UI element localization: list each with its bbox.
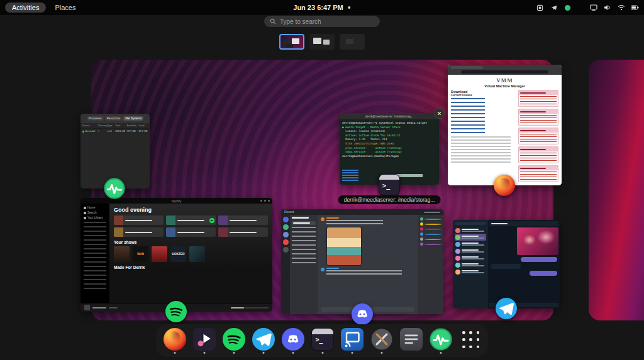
url-bar xyxy=(461,70,548,74)
chat-list-item xyxy=(455,227,486,234)
server-icon xyxy=(283,239,289,245)
member-list xyxy=(418,215,443,314)
page-subheading: Current release xyxy=(451,94,516,97)
firefox-icon xyxy=(164,328,186,351)
telegram-app-badge[interactable] xyxy=(496,298,517,319)
telegram-icon xyxy=(252,328,275,351)
dock-item-telegram[interactable] xyxy=(252,326,275,355)
running-indicator xyxy=(322,352,324,354)
chat-list-item xyxy=(455,261,486,268)
spotify-icon xyxy=(223,328,245,351)
telegram-icon xyxy=(496,298,517,319)
dock-item-remote-desktop[interactable] xyxy=(340,326,364,355)
spotify-main: Good evening ▶ Your shows WAN HOSTED Mad… xyxy=(109,204,272,303)
topbar-left: Activities Places xyxy=(5,3,80,13)
playlist-tile xyxy=(218,227,268,237)
dash-dock xyxy=(156,324,488,357)
app-indicator-icon[interactable] xyxy=(536,4,544,11)
nav-library: Your Library xyxy=(84,216,106,219)
chat-message xyxy=(321,268,415,275)
running-indicator xyxy=(440,352,442,354)
places-menu[interactable]: Places xyxy=(50,3,80,13)
greeting-heading: Good evening xyxy=(114,207,268,213)
show-cover xyxy=(114,246,130,262)
search-bar[interactable] xyxy=(264,16,380,27)
show-covers: WAN HOSTED xyxy=(114,246,268,262)
dock-item-notes[interactable] xyxy=(399,326,423,355)
terminal-ascii-art xyxy=(342,170,358,181)
spotify-app-badge[interactable] xyxy=(165,301,187,322)
telegram-indicator-icon[interactable] xyxy=(550,4,558,11)
running-indicator xyxy=(381,352,383,354)
activities-button[interactable]: Activities xyxy=(5,3,46,13)
workspace-thumbnail-2[interactable] xyxy=(309,34,335,50)
playlist-tile xyxy=(114,227,164,237)
library-icon xyxy=(84,217,86,219)
info-box xyxy=(518,165,558,182)
terminal-icon xyxy=(311,328,334,351)
chat-list-item xyxy=(455,268,486,275)
show-cover: HOSTED xyxy=(170,246,186,262)
dock-item-system-monitor[interactable] xyxy=(429,326,453,355)
battery-icon[interactable] xyxy=(631,4,639,11)
selected-channel xyxy=(292,221,316,225)
spotify-indicator-icon[interactable] xyxy=(564,4,572,11)
system-monitor-icon xyxy=(104,178,125,199)
server-rail xyxy=(281,215,290,314)
notes-icon xyxy=(400,328,423,351)
dock-item-tools[interactable] xyxy=(370,326,394,355)
volume-icon[interactable] xyxy=(603,4,611,11)
shows-heading: Your shows xyxy=(114,240,268,244)
terminal-icon xyxy=(379,174,400,195)
clock-menu[interactable]: Jun 23 6:47 PM xyxy=(293,0,350,15)
dock-item-firefox[interactable] xyxy=(163,326,187,355)
discord-title: Discord xyxy=(284,210,294,214)
page-side-column xyxy=(518,90,558,182)
server-icon xyxy=(283,247,289,253)
terminal-title: derrik@meediaserver: /media/storag... xyxy=(365,115,414,118)
dock-item-terminal[interactable] xyxy=(311,326,335,355)
firefox-window[interactable]: VMM Virtual Machine Manager Download Cur… xyxy=(448,65,562,185)
info-box xyxy=(518,90,558,107)
media-player-icon xyxy=(193,328,216,351)
shared-photo xyxy=(517,227,558,255)
tab-file-systems: File Systems xyxy=(123,116,143,121)
spotify-window[interactable]: Spotify Home Search Your Library Good ev… xyxy=(80,198,272,312)
screencast-icon[interactable] xyxy=(589,4,597,11)
play-button: ▶ xyxy=(209,218,214,223)
show-cover xyxy=(189,246,205,262)
workspace-thumbnail-1[interactable] xyxy=(279,34,304,50)
discord-window[interactable]: Discord xyxy=(281,209,443,314)
telegram-window[interactable] xyxy=(453,220,560,308)
dock-item-media-player[interactable] xyxy=(192,326,216,355)
show-applications-button[interactable] xyxy=(462,331,481,350)
network-icon[interactable] xyxy=(617,4,625,11)
running-indicator xyxy=(352,352,353,354)
dock-item-spotify[interactable] xyxy=(222,326,246,355)
outgoing-message xyxy=(521,257,557,262)
dock-item-discord[interactable] xyxy=(281,326,305,355)
notification-dot xyxy=(348,6,351,9)
discord-app-badge[interactable] xyxy=(352,303,373,325)
terminal-app-badge[interactable] xyxy=(379,174,400,195)
next-workspace[interactable] xyxy=(589,60,644,320)
workspace-thumbnail-3[interactable] xyxy=(340,34,365,50)
system-monitor-app-badge[interactable] xyxy=(104,178,125,199)
window-buttons xyxy=(260,200,270,202)
telegram-search xyxy=(455,222,486,225)
tab-processes: Processes xyxy=(87,116,104,121)
search-input[interactable] xyxy=(280,18,374,25)
nav-home: Home xyxy=(84,206,106,209)
show-cover: WAN xyxy=(133,246,148,262)
home-icon xyxy=(84,207,86,209)
nav-search: Search xyxy=(84,211,106,214)
link-list xyxy=(451,98,485,134)
tab-resources: Resources xyxy=(105,116,123,121)
discord-icon xyxy=(352,303,373,325)
close-window-button[interactable]: ✕ xyxy=(434,108,445,119)
playlist-tile xyxy=(166,227,216,237)
firefox-app-badge[interactable] xyxy=(494,175,515,196)
tools-icon xyxy=(370,328,393,351)
chat-header xyxy=(489,221,558,226)
embedded-image xyxy=(326,227,362,266)
